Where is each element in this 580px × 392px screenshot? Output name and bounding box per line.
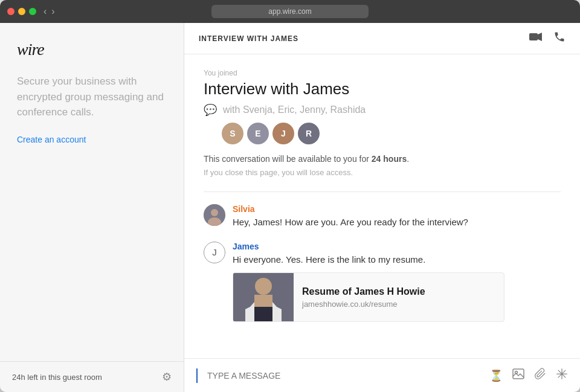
app-window: ‹ › app.wire.com wire Secure your busine… — [0, 0, 580, 392]
input-divider — [196, 368, 198, 383]
lose-access-note: If you close this page, you will lose ac… — [204, 168, 561, 177]
chat-area: INTERVIEW WITH JAMES — [184, 23, 580, 392]
silvia-message-text: Hey, James! How are you. Are you ready f… — [233, 216, 561, 230]
chat-header-title: INTERVIEW WITH JAMES — [199, 34, 298, 43]
link-preview-info: Resume of James H Howie jameshhowie.co.u… — [294, 273, 434, 321]
notice-post: . — [407, 154, 409, 164]
separator — [204, 191, 561, 192]
create-account-link[interactable]: Create an account — [17, 135, 167, 144]
join-notification: You joined Interview with James 💬 with S… — [204, 69, 561, 177]
more-icon — [556, 368, 568, 380]
chat-header: INTERVIEW WITH JAMES — [184, 23, 580, 54]
url-text: app.wire.com — [268, 7, 311, 16]
chat-input-bar: ⏳ — [184, 358, 580, 392]
silvia-message-content: Silvia Hey, James! How are you. Are you … — [233, 204, 561, 230]
close-button[interactable] — [7, 8, 14, 15]
avatar-svenja: S — [222, 123, 243, 144]
svg-rect-8 — [513, 369, 524, 379]
image-icon — [512, 368, 524, 379]
avatar-jenny: J — [272, 123, 294, 144]
more-button[interactable] — [556, 368, 568, 383]
image-button[interactable] — [512, 368, 524, 382]
address-bar[interactable]: app.wire.com — [211, 5, 369, 18]
wire-logo-text: wire — [17, 40, 44, 59]
silvia-sender-name: Silvia — [233, 204, 561, 214]
chat-header-actions — [529, 31, 566, 46]
notice-hours: 24 hours — [372, 154, 407, 164]
notice-pre: This conversation will be available to y… — [204, 154, 372, 164]
timer-button[interactable]: ⏳ — [489, 369, 503, 382]
traffic-lights — [7, 8, 36, 15]
app-body: wire Secure your business with encrypted… — [0, 23, 580, 392]
svg-point-6 — [255, 278, 272, 295]
link-preview-thumbnail — [233, 273, 294, 321]
interview-title: Interview with James — [204, 80, 561, 98]
james-sender-name: James — [233, 242, 561, 251]
settings-button[interactable]: ⚙ — [162, 370, 172, 384]
nav-buttons: ‹ › — [44, 7, 55, 16]
svg-marker-1 — [538, 33, 542, 41]
video-call-button[interactable] — [529, 32, 543, 45]
phone-icon — [553, 31, 566, 43]
avatar-row: S E J R — [222, 123, 561, 144]
attachment-button[interactable] — [534, 368, 546, 383]
james-message-content: James Hi everyone. Yes. Here is the link… — [233, 242, 561, 323]
link-preview-card[interactable]: Resume of James H Howie jameshhowie.co.u… — [233, 272, 504, 322]
maximize-button[interactable] — [29, 8, 36, 15]
svg-point-3 — [211, 209, 218, 216]
forward-button[interactable]: › — [51, 7, 54, 16]
chat-messages: You joined Interview with James 💬 with S… — [184, 54, 580, 358]
chat-bubble-icon: 💬 — [204, 103, 217, 117]
james-message-text: Hi everyone. Yes. Here is the link to my… — [233, 253, 561, 267]
message-input[interactable] — [207, 371, 480, 381]
avatar-eric: E — [247, 123, 269, 144]
silvia-avatar — [204, 204, 225, 226]
silvia-avatar-img — [204, 204, 225, 226]
conversation-notice: This conversation will be available to y… — [204, 153, 561, 165]
james-avatar: J — [204, 242, 225, 263]
message-row: J James Hi everyone. Yes. Here is the li… — [204, 242, 561, 323]
minimize-button[interactable] — [18, 8, 25, 15]
joined-label: You joined — [204, 69, 561, 77]
sidebar-top: wire Secure your business with encrypted… — [0, 23, 184, 361]
sidebar-bottom: 24h left in this guest room ⚙ — [0, 361, 184, 392]
avatar-rashida: R — [298, 123, 320, 144]
guest-timer: 24h left in this guest room — [12, 373, 102, 382]
video-icon — [529, 32, 543, 42]
message-row: Silvia Hey, James! How are you. Are you … — [204, 204, 561, 230]
link-preview-title: Resume of James H Howie — [302, 286, 425, 297]
title-bar: ‹ › app.wire.com — [0, 0, 580, 23]
back-button[interactable]: ‹ — [44, 7, 47, 16]
phone-call-button[interactable] — [553, 31, 566, 46]
svg-rect-0 — [529, 33, 538, 40]
james-avatar-initial: J — [212, 247, 217, 257]
link-preview-url: jameshhowie.co.uk/resume — [302, 300, 425, 309]
participants-line: 💬 with Svenja, Eric, Jenny, Rashida — [204, 103, 561, 117]
resume-thumbnail — [233, 273, 294, 321]
sidebar-tagline: Secure your business with encrypted grou… — [17, 74, 167, 120]
wire-logo: wire — [17, 40, 167, 59]
svg-rect-7 — [254, 295, 272, 307]
attachment-icon — [534, 368, 546, 380]
sidebar: wire Secure your business with encrypted… — [0, 23, 184, 392]
participants-names: with Svenja, Eric, Jenny, Rashida — [223, 104, 366, 115]
